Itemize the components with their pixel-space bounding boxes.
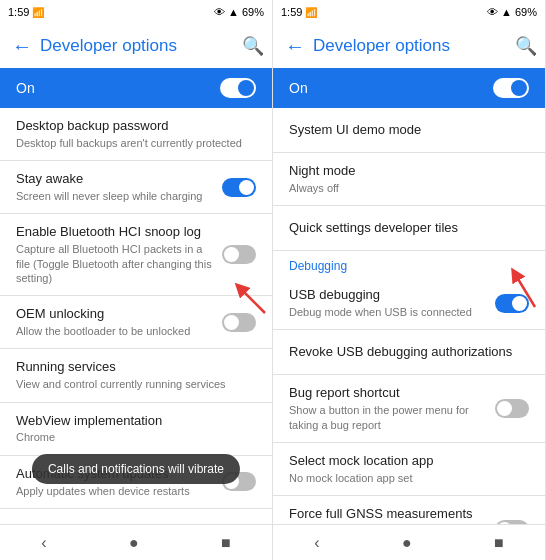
status-time-right: 1:59 📶	[281, 6, 317, 18]
item-title: Select mock location app	[289, 453, 521, 470]
gnss-toggle[interactable]	[495, 520, 529, 524]
item-title: Desktop backup password	[16, 118, 248, 135]
list-item[interactable]: Quick settings developer tiles	[273, 206, 545, 250]
item-subtitle: Chrome	[16, 430, 248, 444]
item-title: Revoke USB debugging authorizations	[289, 344, 521, 361]
app-bar-left: ← Developer options 🔍	[0, 24, 272, 68]
oem-unlock-toggle[interactable]	[222, 313, 256, 332]
back-nav-left[interactable]: ‹	[41, 534, 46, 552]
usb-debug-toggle[interactable]	[495, 294, 529, 313]
item-text: S	[16, 522, 256, 524]
item-title: Force full GNSS measurements	[289, 506, 487, 523]
item-text: Force full GNSS measurements Track all G…	[289, 506, 495, 524]
battery-right: 69%	[515, 6, 537, 18]
item-text: OEM unlocking Allow the bootloader to be…	[16, 306, 222, 338]
item-text: Bug report shortcut Show a button in the…	[289, 385, 495, 431]
list-item[interactable]: Enable Bluetooth HCI snoop log Capture a…	[0, 214, 272, 295]
on-bar-right: On	[273, 68, 545, 108]
time-right: 1:59	[281, 6, 302, 18]
item-title: Stay awake	[16, 171, 214, 188]
item-text: Running services View and control curren…	[16, 359, 256, 391]
time-left: 1:59	[8, 6, 29, 18]
status-icons-left: 👁 ▲ 69%	[214, 6, 264, 18]
list-item[interactable]: WebView implementation Chrome	[0, 403, 272, 455]
page-title-left: Developer options	[40, 36, 238, 56]
item-text: Revoke USB debugging authorizations	[289, 344, 529, 361]
status-time-left: 1:59 📶	[8, 6, 44, 18]
stay-awake-toggle[interactable]	[222, 178, 256, 197]
item-title: System UI demo mode	[289, 122, 521, 139]
list-item[interactable]: Night mode Always off	[273, 153, 545, 205]
home-nav-left[interactable]: ●	[129, 534, 139, 552]
list-item[interactable]: Stay awake Screen will never sleep while…	[0, 161, 272, 213]
item-title: WebView implementation	[16, 413, 248, 430]
item-subtitle: Show a button in the power menu for taki…	[289, 403, 487, 432]
list-item[interactable]: Force full GNSS measurements Track all G…	[273, 496, 545, 524]
battery-left: 69%	[242, 6, 264, 18]
status-bar-left: 1:59 📶 👁 ▲ 69%	[0, 0, 272, 24]
item-title: Quick settings developer tiles	[289, 220, 521, 237]
bug-report-toggle[interactable]	[495, 399, 529, 418]
on-label-right: On	[289, 80, 308, 96]
list-item[interactable]: System UI demo mode	[273, 108, 545, 152]
item-text: System UI demo mode	[289, 122, 529, 139]
bottom-nav-left: ‹ ● ■	[0, 524, 272, 560]
eye-icon-right: 👁	[487, 6, 498, 18]
sim-icon: 📶	[32, 7, 44, 18]
list-item[interactable]: Select mock location app No mock locatio…	[273, 443, 545, 495]
app-bar-right: ← Developer options 🔍	[273, 24, 545, 68]
sim-icon-right: 📶	[305, 7, 317, 18]
item-title: S	[16, 522, 248, 524]
on-label-left: On	[16, 80, 35, 96]
list-item[interactable]: Desktop backup password Desktop full bac…	[0, 108, 272, 160]
back-nav-right[interactable]: ‹	[314, 534, 319, 552]
bt-hci-toggle[interactable]	[222, 245, 256, 264]
item-subtitle: View and control currently running servi…	[16, 377, 248, 391]
left-panel: 1:59 📶 👁 ▲ 69% ← Developer options 🔍 On …	[0, 0, 273, 560]
search-icon-right[interactable]: 🔍	[515, 35, 537, 57]
eye-icon: 👁	[214, 6, 225, 18]
master-toggle-left[interactable]	[220, 78, 256, 98]
item-subtitle: Screen will never sleep while charging	[16, 189, 214, 203]
item-subtitle: Debug mode when USB is connected	[289, 305, 487, 319]
item-text: Night mode Always off	[289, 163, 529, 195]
item-title: Enable Bluetooth HCI snoop log	[16, 224, 214, 241]
home-nav-right[interactable]: ●	[402, 534, 412, 552]
item-title: Running services	[16, 359, 248, 376]
item-title: USB debugging	[289, 287, 487, 304]
item-text: Desktop backup password Desktop full bac…	[16, 118, 256, 150]
list-item[interactable]: Bug report shortcut Show a button in the…	[273, 375, 545, 441]
back-button-left[interactable]: ←	[8, 35, 36, 58]
content-right: System UI demo mode Night mode Always of…	[273, 108, 545, 524]
toast-message: Calls and notifications will vibrate	[32, 454, 240, 484]
on-bar-left: On	[0, 68, 272, 108]
item-subtitle: Apply updates when device restarts	[16, 484, 214, 498]
recents-nav-right[interactable]: ■	[494, 534, 504, 552]
wifi-icon: ▲	[228, 6, 239, 18]
item-title: Night mode	[289, 163, 521, 180]
list-item[interactable]: USB debugging Debug mode when USB is con…	[273, 277, 545, 329]
item-text: USB debugging Debug mode when USB is con…	[289, 287, 495, 319]
list-item[interactable]: S	[0, 509, 272, 524]
item-subtitle: Always off	[289, 181, 521, 195]
item-subtitle: No mock location app set	[289, 471, 521, 485]
item-text: Select mock location app No mock locatio…	[289, 453, 529, 485]
list-item[interactable]: OEM unlocking Allow the bootloader to be…	[0, 296, 272, 348]
item-text: Quick settings developer tiles	[289, 220, 529, 237]
back-button-right[interactable]: ←	[281, 35, 309, 58]
page-title-right: Developer options	[313, 36, 511, 56]
item-text: Stay awake Screen will never sleep while…	[16, 171, 222, 203]
search-icon-left[interactable]: 🔍	[242, 35, 264, 57]
master-toggle-right[interactable]	[493, 78, 529, 98]
item-subtitle: Desktop full backups aren't currently pr…	[16, 136, 248, 150]
list-item[interactable]: Revoke USB debugging authorizations	[273, 330, 545, 374]
item-subtitle: Capture all Bluetooth HCI packets in a f…	[16, 242, 214, 285]
recents-nav-left[interactable]: ■	[221, 534, 231, 552]
item-text: Enable Bluetooth HCI snoop log Capture a…	[16, 224, 222, 285]
item-subtitle: Allow the bootloader to be unlocked	[16, 324, 214, 338]
item-text: WebView implementation Chrome	[16, 413, 256, 445]
item-title: OEM unlocking	[16, 306, 214, 323]
bottom-nav-right: ‹ ● ■	[273, 524, 545, 560]
list-item[interactable]: Running services View and control curren…	[0, 349, 272, 401]
status-bar-right: 1:59 📶 👁 ▲ 69%	[273, 0, 545, 24]
